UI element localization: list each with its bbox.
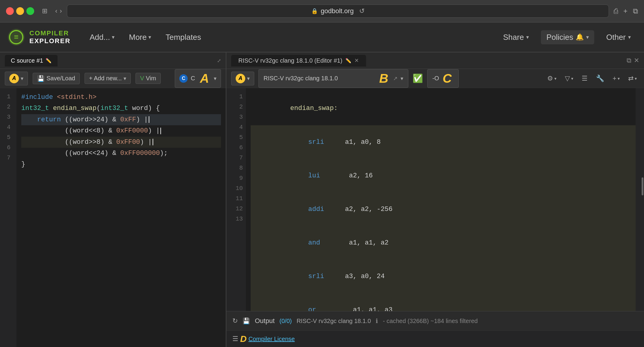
font-dropdown-arrow: ▾ <box>21 75 23 82</box>
compiler-options[interactable]: -O C <box>427 69 459 88</box>
line-num-3: 3 <box>0 112 13 122</box>
share-label: Share <box>503 33 524 42</box>
policies-button[interactable]: Policies 🔔 ▾ <box>541 30 594 44</box>
share-browser-icon[interactable]: ⎙ <box>614 7 618 15</box>
font-size-button[interactable]: A ▾ <box>5 72 28 85</box>
compiler-close-icon[interactable]: ✕ <box>634 57 639 64</box>
filter-arrow: ▾ <box>554 76 556 81</box>
asm-instr-6: srli <box>308 271 329 282</box>
editor-maximize-icon[interactable]: ⤢ <box>217 58 221 64</box>
share-button[interactable]: Share ▾ <box>497 30 535 45</box>
compiler-selector[interactable]: RISC-V rv32gc clang 18.1.0 B ↗ ▾ <box>258 69 408 88</box>
editor-tab-edit-icon[interactable]: ✏️ <box>46 58 52 64</box>
header-right: Share ▾ Policies 🔔 ▾ Other ▾ <box>497 30 637 45</box>
external-link-icon[interactable]: ↗ <box>393 75 398 82</box>
nav-templates-label: Templates <box>165 33 201 42</box>
compiler-font-a-icon: A <box>236 74 245 83</box>
close-dot[interactable] <box>6 7 14 15</box>
filter-icon: ⚙ <box>547 75 553 82</box>
asm-line-2: srli a1, a0, 8 <box>251 125 639 159</box>
compiler-toolbar: A ▾ RISC-V rv32gc clang 18.1.0 B ↗ ▾ ✅ -… <box>226 69 644 88</box>
vim-label: Vim <box>146 75 156 82</box>
asm-line-numbers: 1 2 3 4 5 6 7 8 9 10 11 12 13 <box>226 88 246 311</box>
asm-ln-10: 10 <box>226 183 243 194</box>
nav-add-arrow: ▾ <box>112 34 115 40</box>
url-bar[interactable]: 🔒 godbolt.org ↺ <box>67 4 609 18</box>
share-arrow: ▾ <box>526 34 529 40</box>
asm-args-4: a2, a2, -256 <box>329 206 392 213</box>
reload-icon[interactable]: ↺ <box>359 7 365 15</box>
save-load-button[interactable]: 💾 Save/Load <box>33 73 80 84</box>
language-selector[interactable]: C C A ▾ <box>175 69 221 88</box>
add-new-label: + Add new... <box>89 75 122 82</box>
line-num-6: 6 <box>0 143 13 153</box>
new-tab-icon[interactable]: + <box>623 7 628 15</box>
asm-instr-7: or <box>308 304 329 311</box>
compiler-restore-icon[interactable]: ⧉ <box>627 57 631 64</box>
compiler-tab-label: RISC-V rv32gc clang 18.1.0 (Editor #1) <box>238 57 342 64</box>
asm-args-7: a1, a1, a3 <box>329 306 392 311</box>
browser-chrome: ⊞ ‹ › 🔒 godbolt.org ↺ ⎙ + ⧉ <box>0 0 644 22</box>
diff-btn[interactable]: ⇄ ▾ <box>626 73 639 84</box>
other-label: Other <box>606 33 626 42</box>
output-license-bar: ☰ D Compiler License <box>226 331 644 347</box>
save-load-label: Save/Load <box>46 75 75 82</box>
code-line-5: ((word>>8) & 0xFF00) | <box>21 137 221 148</box>
tools-btn[interactable]: 🔧 <box>594 73 607 84</box>
asm-label-endian-swap: endian_swap: <box>290 105 338 112</box>
vim-button[interactable]: V Vim <box>136 73 160 84</box>
diff-arrow: ▾ <box>635 76 637 81</box>
asm-ln-6: 6 <box>226 143 243 153</box>
compiler-license-label[interactable]: Compiler License <box>249 336 295 343</box>
asm-line-4: addi a2, a2, -256 <box>251 193 639 226</box>
compiler-edit-icon[interactable]: ✏️ <box>345 58 351 64</box>
sidebar-toggle-icon[interactable]: ⊞ <box>42 7 47 15</box>
add-new-arrow: ▾ <box>124 75 126 82</box>
asm-area[interactable]: 1 2 3 4 5 6 7 8 9 10 11 12 13 endian_swa… <box>226 88 644 311</box>
letter-a-logo: A <box>200 71 209 86</box>
asm-ln-3: 3 <box>226 112 243 122</box>
scrollbar-thumb[interactable] <box>642 177 643 195</box>
asm-line-7: or a1, a1, a3 <box>251 293 639 311</box>
vim-icon: V <box>140 75 144 82</box>
compiler-tab[interactable]: RISC-V rv32gc clang 18.1.0 (Editor #1) ✏… <box>231 55 366 67</box>
compiler-font-button[interactable]: A ▾ <box>231 72 254 85</box>
app-header: ≡ COMPILER EXPLORER Add... ▾ More ▾ Temp… <box>0 22 644 52</box>
back-button[interactable]: ‹ <box>55 7 57 15</box>
refresh-icon[interactable]: ↻ <box>232 317 238 325</box>
nav-add[interactable]: Add... ▾ <box>82 30 122 45</box>
filter-btn[interactable]: ⚙ ▾ <box>545 73 559 84</box>
add-btn[interactable]: + ▾ <box>610 73 622 84</box>
windows-icon[interactable]: ⧉ <box>633 7 638 15</box>
editor-tab-c-source[interactable]: C source #1 ✏️ <box>5 55 58 67</box>
forward-button[interactable]: › <box>60 7 62 15</box>
compiler-tab-close[interactable]: ✕ <box>354 57 359 64</box>
asm-instr-2: srli <box>308 137 329 148</box>
add-new-button[interactable]: + Add new... ▾ <box>85 73 131 84</box>
nav-items: Add... ▾ More ▾ Templates <box>82 30 208 45</box>
line-num-2: 2 <box>0 102 13 112</box>
compiler-tab-bar: RISC-V rv32gc clang 18.1.0 (Editor #1) ✏… <box>226 52 644 69</box>
asm-content: endian_swap: srli a1, a0, 8 lui a2, 16 a… <box>246 88 644 311</box>
code-content[interactable]: #include <stdint.h> int32_t endian_swap(… <box>16 88 226 347</box>
app-logo: ≡ COMPILER EXPLORER <box>7 28 70 46</box>
asm-instr-3: lui <box>308 170 329 181</box>
code-area[interactable]: 1 2 3 4 5 6 7 #include <stdint.h> int32_… <box>0 88 226 347</box>
asm-instr-5: and <box>308 237 329 248</box>
license-list-icon: ☰ <box>232 335 238 343</box>
editor-tab-label: C source #1 <box>11 57 43 64</box>
output-info-icon[interactable]: ℹ <box>376 317 378 325</box>
maximize-dot[interactable] <box>26 7 34 15</box>
nav-more[interactable]: More ▾ <box>122 30 158 45</box>
funnel-btn[interactable]: ▽ ▾ <box>562 73 576 84</box>
compiler-dropdown-arrow: ▾ <box>401 75 403 82</box>
code-line-7: } <box>21 159 221 170</box>
output-btn[interactable]: ☰ <box>579 73 590 84</box>
other-button[interactable]: Other ▾ <box>600 30 637 45</box>
nav-templates[interactable]: Templates <box>158 30 208 45</box>
minimize-dot[interactable] <box>16 7 24 15</box>
asm-instr-4: addi <box>308 204 329 215</box>
compiler-name-label: RISC-V rv32gc clang 18.1.0 <box>264 75 374 82</box>
logo-text: COMPILER EXPLORER <box>29 29 70 45</box>
funnel-arrow: ▾ <box>571 76 573 81</box>
